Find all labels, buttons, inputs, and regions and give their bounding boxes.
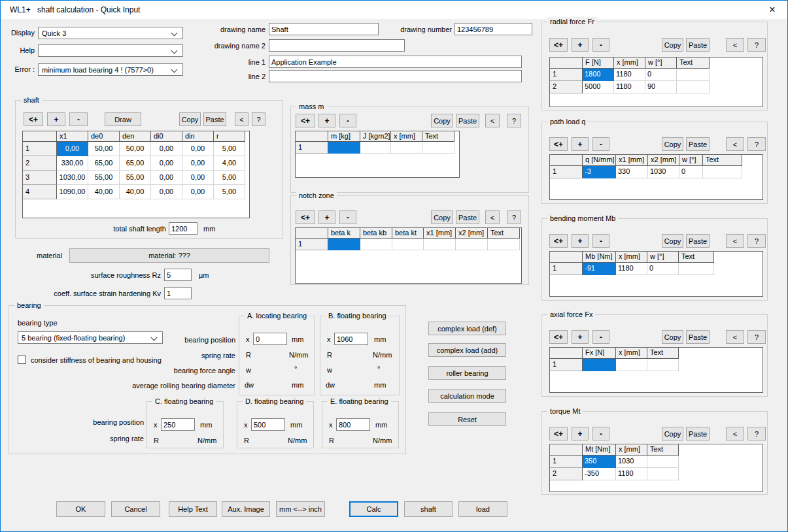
row-header-cell[interactable]: 1 — [296, 142, 328, 154]
insert-row-button[interactable]: <+ — [549, 38, 568, 52]
add-row-button[interactable]: + — [318, 210, 335, 224]
total-shaft-length-input[interactable] — [169, 222, 197, 235]
table-cell[interactable]: 90 — [645, 81, 677, 93]
table-cell[interactable]: 330 — [616, 166, 648, 178]
copy-button[interactable]: Copy — [662, 427, 683, 441]
help-button[interactable]: ? — [747, 137, 766, 151]
help-button[interactable]: ? — [747, 427, 766, 441]
column-header-cell[interactable] — [296, 131, 328, 142]
prev-button[interactable]: < — [726, 137, 744, 151]
row-header-cell[interactable]: 1 — [550, 359, 583, 371]
column-header-cell[interactable]: m [kg] — [328, 131, 360, 142]
draw-button[interactable]: Draw — [105, 112, 141, 126]
table-cell[interactable] — [647, 456, 679, 468]
prev-button[interactable]: < — [485, 210, 500, 224]
remove-row-button[interactable]: - — [592, 234, 609, 248]
add-row-button[interactable]: + — [572, 427, 589, 441]
table-cell[interactable]: 1800 — [583, 69, 614, 81]
help-button[interactable]: ? — [252, 112, 266, 126]
paste-button[interactable]: Paste — [686, 137, 710, 151]
calc-button[interactable]: Calc — [349, 501, 398, 517]
table-cell[interactable]: 0,00 — [151, 156, 182, 171]
help-text-button[interactable]: Help Text — [169, 501, 217, 517]
table-cell[interactable]: 5,00 — [214, 185, 245, 199]
table-cell[interactable]: 1030 — [648, 166, 679, 178]
column-header-cell[interactable]: J [kgm2] — [360, 131, 391, 142]
copy-button[interactable]: Copy — [431, 114, 453, 127]
table-cell[interactable] — [647, 468, 679, 480]
column-header-cell[interactable]: w [°] — [645, 58, 677, 69]
bearing-b-position-input[interactable] — [334, 333, 368, 345]
table-cell[interactable] — [328, 142, 360, 154]
table-cell[interactable]: 1180 — [616, 468, 647, 480]
column-header-cell[interactable] — [296, 228, 328, 239]
table-cell[interactable]: 4,00 — [214, 156, 245, 171]
table-cell[interactable]: 1090,00 — [57, 185, 88, 199]
material-button[interactable]: material: ??? — [69, 248, 269, 263]
copy-button[interactable]: Copy — [431, 210, 453, 224]
table-cell[interactable] — [616, 359, 647, 371]
table-cell[interactable]: 5,00 — [214, 142, 245, 156]
column-header-cell[interactable]: di0 — [151, 131, 182, 142]
table-cell[interactable]: 0,00 — [182, 142, 214, 156]
column-header-cell[interactable]: beta k — [328, 228, 360, 239]
add-row-button[interactable]: + — [47, 112, 65, 126]
table-cell[interactable]: 1180 — [614, 81, 645, 93]
table-cell[interactable]: 0 — [647, 263, 679, 275]
column-header-cell[interactable]: x1 [mm] — [616, 155, 648, 166]
column-header-cell[interactable]: x [mm] — [616, 348, 647, 359]
insert-row-button[interactable]: <+ — [549, 137, 568, 151]
column-header-cell[interactable]: Text — [703, 155, 742, 166]
column-header-cell[interactable]: x [mm] — [391, 131, 422, 142]
remove-row-button[interactable]: - — [592, 137, 609, 151]
drawing-name2-input[interactable] — [269, 39, 405, 52]
copy-button[interactable]: Copy — [662, 234, 683, 248]
table-cell[interactable]: 55,00 — [88, 171, 120, 185]
column-header-cell[interactable]: Text — [677, 58, 710, 69]
table-cell[interactable]: 40,00 — [120, 185, 151, 199]
table-cell[interactable]: 0,00 — [151, 171, 182, 185]
table-cell[interactable]: -350 — [583, 468, 616, 480]
table-cell[interactable] — [488, 239, 520, 250]
line1-input[interactable] — [269, 56, 522, 68]
column-header-cell[interactable]: Fx [N] — [583, 348, 616, 359]
paste-button[interactable]: Paste — [686, 234, 710, 248]
row-header-cell[interactable]: 1 — [550, 166, 583, 178]
bearing-d-position-input[interactable] — [251, 418, 285, 431]
prev-button[interactable]: < — [726, 38, 744, 52]
copy-button[interactable]: Copy — [662, 38, 683, 52]
column-header-cell[interactable]: Text — [647, 444, 679, 456]
column-header-cell[interactable]: beta kt — [392, 228, 424, 239]
prev-button[interactable]: < — [726, 427, 744, 441]
bearing-c-position-input[interactable] — [161, 418, 195, 431]
column-header-cell[interactable] — [550, 155, 583, 166]
roller-bearing-button[interactable]: roller bearing — [428, 366, 506, 380]
table-cell[interactable]: -3 — [583, 166, 616, 178]
column-header-cell[interactable]: Mb [Nm] — [583, 252, 616, 263]
table-cell[interactable] — [360, 239, 392, 250]
add-row-button[interactable]: + — [572, 137, 589, 151]
column-header-cell[interactable]: Text — [488, 228, 520, 239]
copy-button[interactable]: Copy — [662, 330, 683, 344]
table-cell[interactable]: 0,00 — [57, 142, 88, 156]
help-button[interactable]: ? — [747, 38, 766, 52]
column-header-cell[interactable]: x [mm] — [616, 444, 647, 456]
help-button[interactable]: ? — [747, 330, 766, 344]
table-cell[interactable]: 65,00 — [88, 156, 120, 171]
help-button[interactable]: ? — [747, 234, 766, 248]
surface-roughness-input[interactable] — [164, 269, 192, 281]
bearing-e-position-input[interactable] — [336, 418, 370, 431]
display-dropdown[interactable]: Quick 3 — [38, 27, 183, 39]
remove-row-button[interactable]: - — [592, 38, 609, 52]
table-cell[interactable] — [583, 359, 616, 371]
line2-input[interactable] — [269, 70, 522, 82]
column-header-cell[interactable] — [550, 444, 583, 456]
paste-button[interactable]: Paste — [456, 210, 479, 224]
table-cell[interactable]: 350 — [583, 456, 616, 468]
column-header-cell[interactable]: F [N] — [583, 58, 614, 69]
table-cell[interactable] — [679, 263, 714, 275]
column-header-cell[interactable]: beta kb — [360, 228, 392, 239]
table-cell[interactable]: 0 — [645, 69, 677, 81]
row-header-cell[interactable]: 3 — [23, 171, 57, 185]
table-cell[interactable] — [360, 142, 391, 154]
